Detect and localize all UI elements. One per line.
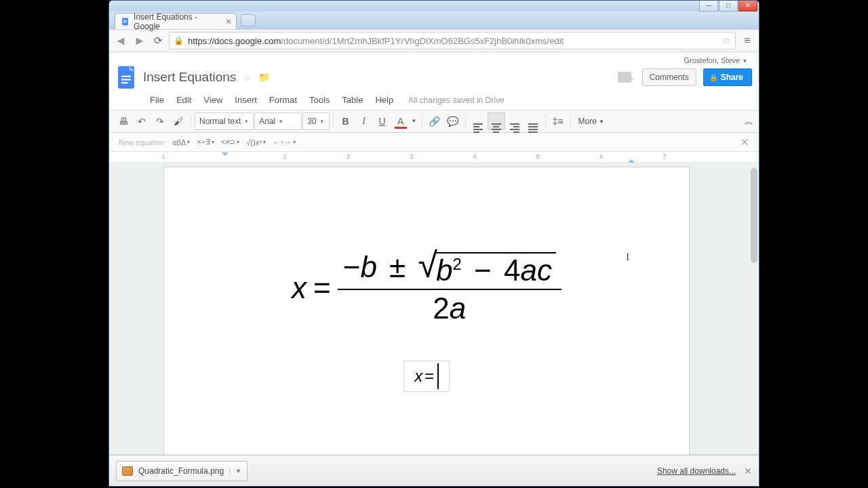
close-downloads-bar[interactable]: ✕ <box>744 466 752 476</box>
paragraph-style-select[interactable]: Normal text▼ <box>195 113 254 130</box>
equation-toolbar: New equation αβΔ▾ ×÷∃▾ <≠⊃▾ √()xⁿ▾ ←↑→▾ … <box>109 133 759 152</box>
align-justify-button[interactable] <box>524 113 542 130</box>
docs-favicon-icon <box>121 17 130 26</box>
text-cursor-hint: I <box>626 252 629 263</box>
move-folder-icon[interactable]: 📁 <box>258 72 270 83</box>
google-docs-app: Grostefon, Steve▼ Insert Equations ☆ 📁 C… <box>109 52 759 455</box>
comments-button[interactable]: Comments <box>642 68 696 86</box>
font-size-select[interactable]: 30▼ <box>302 113 329 130</box>
insert-comment-button[interactable]: 💬 <box>444 113 462 130</box>
chevron-down-icon: ▾ <box>237 139 239 145</box>
account-menu[interactable]: Grostefon, Steve▼ <box>116 56 752 64</box>
equation-editor-active[interactable]: x = <box>403 361 450 392</box>
horizontal-ruler[interactable]: 1 1 2 3 4 5 6 7 <box>109 152 759 163</box>
align-center-button[interactable] <box>488 113 505 130</box>
line-spacing-button[interactable]: ‡≡ <box>549 113 567 130</box>
forward-button: ► <box>132 33 147 48</box>
download-item[interactable]: Quadratic_Formula.png ▼ <box>116 461 248 481</box>
new-equation-button[interactable]: New equation <box>115 137 168 148</box>
insert-link-button[interactable]: 🔗 <box>426 113 443 130</box>
print-button[interactable]: 🖶 <box>115 113 132 130</box>
collapse-toolbar-button[interactable]: ︽ <box>745 115 753 127</box>
image-file-icon <box>122 466 133 476</box>
show-all-downloads-link[interactable]: Show all downloads... <box>657 466 736 476</box>
browser-tab-active[interactable]: Insert Equations - Google ✕ <box>115 13 237 29</box>
chrome-menu-button[interactable]: ≡ <box>740 33 755 48</box>
paint-format-button[interactable]: 🖌 <box>170 113 187 130</box>
menu-tools[interactable]: Tools <box>304 93 335 107</box>
vertical-scrollbar-thumb[interactable] <box>751 168 757 263</box>
lock-icon: 🔒 <box>174 36 184 45</box>
text-color-button[interactable]: A <box>392 113 410 130</box>
bookmark-star-icon[interactable]: ☆ <box>722 35 731 47</box>
window-titlebar: — □ ✕ <box>109 1 759 12</box>
chevron-down-icon: ▼ <box>243 119 249 125</box>
italic-button[interactable]: I <box>355 113 373 130</box>
svg-rect-1 <box>123 20 127 20</box>
svg-rect-2 <box>123 21 127 22</box>
document-canvas[interactable]: x = −b ± √ b2 − 4ac <box>109 163 759 455</box>
menu-table[interactable]: Table <box>336 93 368 107</box>
docs-logo-icon[interactable] <box>116 64 136 90</box>
bold-button[interactable]: B <box>337 113 355 130</box>
window-minimize-button[interactable]: — <box>699 1 718 12</box>
star-document-icon[interactable]: ☆ <box>243 72 252 83</box>
menu-file[interactable]: File <box>144 93 170 107</box>
document-title[interactable]: Insert Equations <box>143 70 236 85</box>
url-host: https://docs.google.com <box>188 36 281 46</box>
indent-right-marker[interactable] <box>628 156 635 163</box>
svg-rect-7 <box>121 79 131 80</box>
text-cursor <box>437 363 439 389</box>
equation-arrows-menu[interactable]: ←↑→▾ <box>270 137 298 148</box>
new-tab-button[interactable] <box>241 14 256 26</box>
browser-tabstrip: Insert Equations - Google ✕ <box>109 12 759 29</box>
account-name: Grostefon, Steve <box>684 56 741 64</box>
chevron-down-icon: ▾ <box>293 139 296 145</box>
numerator: −b ± √ b2 − 4ac <box>338 249 561 289</box>
underline-button[interactable]: U <box>374 113 391 130</box>
equation-math-menu[interactable]: √()xⁿ▾ <box>243 137 269 148</box>
redo-button[interactable]: ↷ <box>151 113 169 130</box>
reload-button[interactable]: ⟳ <box>151 34 165 47</box>
font-family-select[interactable]: Arial▼ <box>254 113 302 130</box>
browser-window: — □ ✕ Insert Equations - Google ✕ ◄ ► ⟳ … <box>108 0 760 487</box>
chevron-down-icon: ▼ <box>319 119 325 125</box>
download-menu-chevron[interactable]: ▼ <box>229 468 241 474</box>
denominator: 2a <box>427 290 471 327</box>
window-maximize-button[interactable]: □ <box>719 1 738 12</box>
menu-insert[interactable]: Insert <box>229 93 262 107</box>
download-filename: Quadratic_Formula.png <box>138 466 224 476</box>
share-button-label: Share <box>721 73 743 82</box>
align-right-button[interactable] <box>506 113 524 130</box>
undo-button[interactable]: ↶ <box>133 113 151 130</box>
chevron-down-icon: ▾ <box>212 139 214 145</box>
back-button[interactable]: ◄ <box>113 33 128 48</box>
window-close-button[interactable]: ✕ <box>738 1 757 12</box>
square-root: √ b2 − 4ac <box>418 251 556 287</box>
equation-toolbar-close[interactable]: ✕ <box>736 136 753 148</box>
chevron-down-icon: ▾ <box>263 139 266 145</box>
address-bar[interactable]: 🔒 https://docs.google.com/document/d/1Mr… <box>169 32 736 49</box>
indent-left-marker[interactable] <box>222 152 229 159</box>
url-path: /document/d/1MrtZmhJBkfP1YrVhgDlXmO62BGs… <box>281 36 564 46</box>
equation-greek-menu[interactable]: αβΔ▾ <box>170 137 193 148</box>
menu-edit[interactable]: Edit <box>171 93 197 107</box>
chevron-down-icon: ▼ <box>742 58 748 64</box>
equation-operators-menu[interactable]: ×÷∃▾ <box>194 136 216 148</box>
document-page[interactable]: x = −b ± √ b2 − 4ac <box>163 167 690 455</box>
align-left-button[interactable] <box>469 113 487 130</box>
presence-icon[interactable] <box>618 72 631 83</box>
tab-close-icon[interactable]: ✕ <box>225 17 232 26</box>
equation-relations-menu[interactable]: <≠⊃▾ <box>218 136 242 148</box>
text-color-dropdown[interactable]: ▼ <box>410 113 418 130</box>
more-toolbar-button[interactable]: More▼ <box>574 117 608 126</box>
share-button[interactable]: 🔒 Share <box>703 68 752 86</box>
browser-toolbar: ◄ ► ⟳ 🔒 https://docs.google.com/document… <box>109 29 759 52</box>
menu-format[interactable]: Format <box>264 93 302 107</box>
menu-view[interactable]: View <box>198 93 228 107</box>
fraction: −b ± √ b2 − 4ac <box>338 249 561 327</box>
menu-help[interactable]: Help <box>370 93 399 107</box>
svg-rect-8 <box>121 82 128 83</box>
quadratic-formula-equation[interactable]: x = −b ± √ b2 − 4ac <box>225 249 628 327</box>
save-status: All changes saved in Drive <box>408 96 504 105</box>
